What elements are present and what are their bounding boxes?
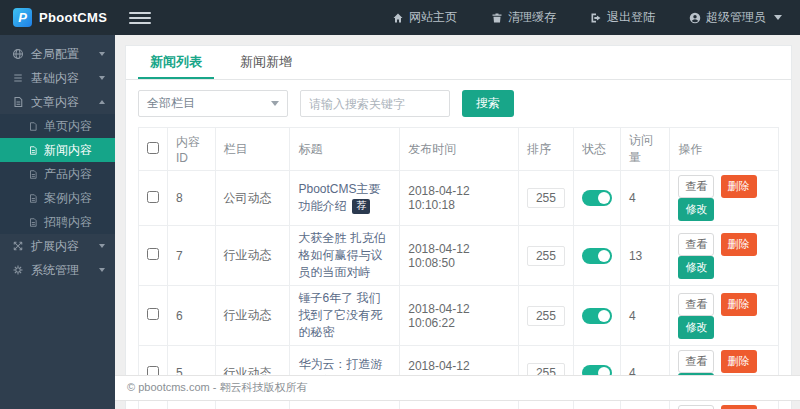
delete-button[interactable]: 删除 xyxy=(721,350,757,373)
row-checkbox[interactable] xyxy=(147,191,159,203)
tabbar: 新闻列表 新闻新增 xyxy=(126,46,791,80)
trash-icon xyxy=(491,12,503,24)
user-icon xyxy=(689,12,701,24)
brand-name: PbootCMS xyxy=(39,10,107,25)
list-icon xyxy=(12,72,24,84)
table-row: 4 公司动态 PbootCMSV1.0.0正式发布荐 2018-04-12 20… xyxy=(139,401,779,409)
status-toggle[interactable] xyxy=(582,190,612,206)
sidebar-toggle-icon[interactable] xyxy=(129,9,151,27)
top-header: P PbootCMS 网站主页 清理缓存 退出登陆 超级管理员 xyxy=(0,0,800,35)
main-content: 新闻列表 新闻新增 全部栏目 搜索 内容ID xyxy=(115,35,800,409)
chevron-down-icon xyxy=(99,268,105,272)
sidebar: 全局配置 基础内容 文章内容 单页内容 新闻内容 产品内容 xyxy=(0,35,115,409)
table-header-row: 内容ID 栏目 标题 发布时间 排序 状态 访问量 操作 xyxy=(139,128,779,171)
copyright-text: © pbootcms.com - 翱云科技版权所有 xyxy=(127,381,307,393)
delete-button[interactable]: 删除 xyxy=(721,175,757,198)
file-icon xyxy=(28,121,38,132)
site-home-link[interactable]: 网站主页 xyxy=(392,9,457,26)
sidebar-item-global-config[interactable]: 全局配置 xyxy=(0,42,115,66)
search-input[interactable] xyxy=(300,90,450,117)
brand: P PbootCMS xyxy=(0,8,115,27)
cell-visits: 4 xyxy=(620,171,670,226)
recommended-badge: 荐 xyxy=(352,199,370,214)
file-icon xyxy=(28,145,38,156)
col-category: 栏目 xyxy=(215,128,290,171)
row-title-link[interactable]: 大获全胜 扎克伯格如何赢得与议员的当面对峙 xyxy=(298,231,385,279)
sidebar-item-extend-content[interactable]: 扩展内容 xyxy=(0,234,115,258)
col-date: 发布时间 xyxy=(400,128,519,171)
news-card: 新闻列表 新闻新增 全部栏目 搜索 内容ID xyxy=(125,45,792,409)
delete-button[interactable]: 删除 xyxy=(721,405,757,409)
delete-button[interactable]: 删除 xyxy=(721,293,757,316)
chevron-down-icon xyxy=(99,76,105,80)
file-icon xyxy=(28,169,38,180)
delete-button[interactable]: 删除 xyxy=(721,233,757,256)
col-status: 状态 xyxy=(573,128,620,171)
sidebar-item-single-page[interactable]: 单页内容 xyxy=(0,114,115,138)
clear-cache-link[interactable]: 清理缓存 xyxy=(491,9,556,26)
cell-visits: 4 xyxy=(620,286,670,346)
view-button[interactable]: 查看 xyxy=(678,233,714,256)
sidebar-item-article-content[interactable]: 文章内容 xyxy=(0,90,115,114)
edit-button[interactable]: 修改 xyxy=(678,198,714,221)
user-menu[interactable]: 超级管理员 xyxy=(689,9,782,26)
col-title: 标题 xyxy=(290,128,400,171)
cell-category: 公司动态 xyxy=(215,171,290,226)
header-links: 网站主页 清理缓存 退出登陆 超级管理员 xyxy=(392,9,800,26)
article-submenu: 单页内容 新闻内容 产品内容 案例内容 招聘内容 xyxy=(0,114,115,234)
sidebar-item-product[interactable]: 产品内容 xyxy=(0,162,115,186)
cell-id: 4 xyxy=(168,401,216,409)
sort-input[interactable] xyxy=(527,306,565,326)
status-toggle[interactable] xyxy=(582,248,612,264)
edit-button[interactable]: 修改 xyxy=(678,256,714,279)
filter-row: 全部栏目 搜索 xyxy=(138,90,779,117)
sort-input[interactable] xyxy=(527,188,565,208)
expand-icon xyxy=(12,240,24,252)
col-id: 内容ID xyxy=(168,128,216,171)
file-icon xyxy=(28,193,38,204)
category-select[interactable]: 全部栏目 xyxy=(138,90,288,117)
sidebar-item-system[interactable]: 系统管理 xyxy=(0,258,115,282)
cell-category: 行业动态 xyxy=(215,286,290,346)
cell-category: 公司动态 xyxy=(215,401,290,409)
table-row: 7 行业动态 大获全胜 扎克伯格如何赢得与议员的当面对峙 2018-04-12 … xyxy=(139,226,779,286)
chevron-down-icon xyxy=(774,15,782,20)
logout-link[interactable]: 退出登陆 xyxy=(590,9,655,26)
sidebar-item-basic-content[interactable]: 基础内容 xyxy=(0,66,115,90)
cell-id: 8 xyxy=(168,171,216,226)
sort-input[interactable] xyxy=(527,246,565,266)
cell-visits: 13 xyxy=(620,226,670,286)
edit-button[interactable]: 修改 xyxy=(678,316,714,339)
footer: © pbootcms.com - 翱云科技版权所有 xyxy=(115,375,800,401)
news-table: 内容ID 栏目 标题 发布时间 排序 状态 访问量 操作 xyxy=(138,127,779,409)
sidebar-item-recruit[interactable]: 招聘内容 xyxy=(0,210,115,234)
select-all-checkbox[interactable] xyxy=(147,142,159,154)
file-icon xyxy=(28,217,38,228)
col-sort: 排序 xyxy=(518,128,573,171)
row-title-link[interactable]: 锤子6年了 我们找到了它没有死的秘密 xyxy=(298,291,382,339)
status-toggle[interactable] xyxy=(582,308,612,324)
article-icon xyxy=(12,96,24,108)
col-visits: 访问量 xyxy=(620,128,670,171)
search-button[interactable]: 搜索 xyxy=(462,90,514,117)
view-button[interactable]: 查看 xyxy=(678,293,714,316)
col-ops: 操作 xyxy=(670,128,779,171)
cell-date: 2018-04-12 10:08:50 xyxy=(400,226,519,286)
cell-id: 7 xyxy=(168,226,216,286)
tab-news-list[interactable]: 新闻列表 xyxy=(138,46,214,79)
view-button[interactable]: 查看 xyxy=(678,350,714,373)
cell-date: 2018-04-12 20:30:00 xyxy=(400,401,519,409)
pbootcms-logo-icon: P xyxy=(13,8,32,27)
chevron-down-icon xyxy=(99,244,105,248)
view-button[interactable]: 查看 xyxy=(678,175,714,198)
view-button[interactable]: 查看 xyxy=(678,405,714,409)
sidebar-item-case[interactable]: 案例内容 xyxy=(0,186,115,210)
table-row: 6 行业动态 锤子6年了 我们找到了它没有死的秘密 2018-04-12 10:… xyxy=(139,286,779,346)
cell-category: 行业动态 xyxy=(215,226,290,286)
chevron-down-icon xyxy=(99,52,105,56)
sidebar-item-news[interactable]: 新闻内容 xyxy=(0,138,115,162)
tab-news-add[interactable]: 新闻新增 xyxy=(228,46,304,79)
row-checkbox[interactable] xyxy=(147,308,159,320)
chevron-up-icon xyxy=(99,100,105,104)
row-checkbox[interactable] xyxy=(147,248,159,260)
